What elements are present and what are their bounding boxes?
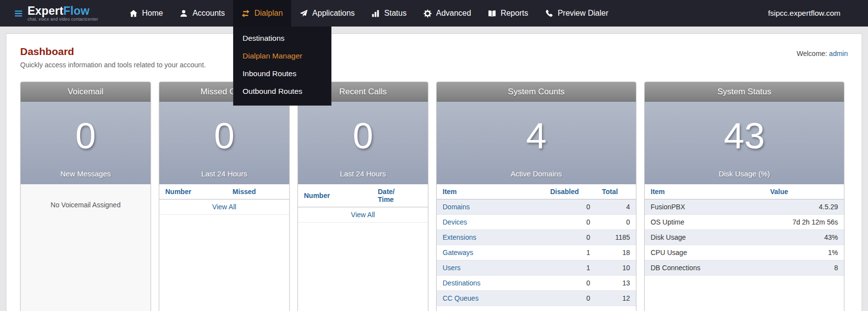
table-row: Gateways 1 18 [437,245,636,260]
content-panel: Dashboard Quickly access information and… [6,33,862,311]
col-date-time-line2: Time [378,196,422,203]
table-row: Disk Usage 43% [645,230,844,245]
gear-icon [423,9,432,18]
disk-usage-percent: 43 [645,102,844,170]
main-nav: Home Accounts Dialplan Destinations Dial… [121,0,768,27]
table-row: FusionPBX 4.5.29 [645,199,844,215]
status-item: OS Uptime [645,215,764,230]
stat-label: Active Domains [437,170,636,184]
disabled-value: 0 [544,199,596,215]
dialplan-dropdown: Destinations Dialplan Manager Inbound Ro… [233,27,331,106]
col-item: Item [645,184,764,199]
card-title: System Status [645,82,844,102]
voicemail-card: Voicemail 0 New Messages No Voicemail As… [20,82,151,311]
item-link-gateways[interactable]: Gateways [443,249,473,256]
phone-icon [545,9,553,18]
table-row: Destinations 0 13 [437,276,636,291]
item-link-extensions[interactable]: Extensions [443,233,476,241]
col-date-time: Date/ Time [372,184,428,207]
welcome-user-link[interactable]: admin [829,50,848,57]
dropdown-item-dialplan-manager[interactable]: Dialplan Manager [234,47,331,65]
disabled-value: 0 [544,291,596,306]
item-link-destinations[interactable]: Destinations [443,279,480,287]
nav-label: Applications [312,9,355,18]
nav-label: Accounts [192,9,225,18]
col-number: Number [159,184,227,199]
recent-calls-stat-block: 0 Last 24 Hours [298,102,428,184]
disabled-value: 0 [544,276,596,291]
disabled-value: 0 [544,230,596,245]
voicemail-stat-block: 0 New Messages [21,102,150,184]
logo-text: ExpertFlow chat, voice and video contact… [28,5,98,22]
top-navbar: ExpertFlow chat, voice and video contact… [0,0,868,27]
voicemail-count: 0 [21,102,150,170]
view-all-link[interactable]: View All [212,203,237,211]
stat-label: Last 24 Hours [298,170,428,184]
col-missed: Missed [227,184,289,199]
total-value: 13 [596,276,636,291]
user-icon [180,9,188,18]
total-value: 0 [596,215,636,230]
system-status-stat-block: 43 Disk Usage (%) [645,102,844,184]
dropdown-item-outbound-routes[interactable]: Outbound Routes [234,83,331,100]
table-row: CPU Usage 1% [645,245,844,260]
table-row: Users 1 10 [437,260,636,276]
system-status-card: System Status 43 Disk Usage (%) Item Val… [644,82,844,311]
col-item: Item [437,184,544,199]
disabled-value: 1 [544,260,596,276]
brand-expert: Expert [28,4,63,17]
nav-label: Reports [501,9,528,18]
table-header-row: Number Missed [159,184,289,199]
nav-item-accounts[interactable]: Accounts [171,0,233,27]
col-disabled: Disabled [544,184,596,199]
bar-chart-icon [371,9,380,18]
table-row: DB Connections 8 [645,260,844,276]
page-head: Dashboard Quickly access information and… [20,46,848,69]
nav-item-preview-dialer[interactable]: Preview Dialer [537,0,617,27]
nav-label: Dialplan [254,9,283,18]
status-value: 1% [764,245,844,260]
home-icon [129,9,138,18]
welcome-label: Welcome: [797,50,827,57]
card-title: Voicemail [21,82,150,102]
logo-bars-icon [15,10,23,17]
missed-calls-table: Number Missed View All [159,184,289,215]
nav-item-reports[interactable]: Reports [479,0,537,27]
page-subtitle: Quickly access information and tools rel… [20,61,206,69]
view-all-link[interactable]: View All [351,211,375,219]
voicemail-empty-message: No Voicemail Assigned [21,184,150,311]
dropdown-item-inbound-routes[interactable]: Inbound Routes [234,65,331,83]
nav-item-dialplan[interactable]: Dialplan Destinations Dialplan Manager I… [233,0,291,27]
stat-label: Disk Usage (%) [645,170,844,184]
stat-label: New Messages [21,170,150,184]
nav-item-advanced[interactable]: Advanced [415,0,479,27]
item-link-devices[interactable]: Devices [443,218,467,226]
recent-calls-table: Number Date/ Time View All [298,184,428,223]
logo[interactable]: ExpertFlow chat, voice and video contact… [15,0,98,27]
welcome-text: Welcome: admin [797,50,848,57]
nav-item-home[interactable]: Home [121,0,172,27]
item-link-users[interactable]: Users [443,264,461,272]
table-header-row: Number Date/ Time [298,184,428,207]
nav-item-status[interactable]: Status [363,0,415,27]
dropdown-item-destinations[interactable]: Destinations [234,29,331,47]
status-item: DB Connections [645,260,764,276]
stat-label: Last 24 Hours [159,170,289,184]
total-value: 18 [596,245,636,260]
item-link-cc-queues[interactable]: CC Queues [443,294,479,302]
col-value: Value [764,184,844,199]
col-total: Total [596,184,636,199]
system-counts-table: Item Disabled Total Domains 0 4 Devices … [437,184,636,306]
paper-plane-icon [299,9,308,18]
nav-item-applications[interactable]: Applications [291,0,363,27]
item-link-domains[interactable]: Domains [443,203,470,211]
card-title: System Counts [437,82,636,102]
table-row: View All [298,207,428,223]
system-counts-card: System Counts 4 Active Domains Item Disa… [436,82,636,311]
disabled-value: 1 [544,245,596,260]
table-row: OS Uptime 7d 2h 12m 56s [645,215,844,230]
server-domain: fsipcc.expertflow.com [768,0,868,27]
status-item: FusionPBX [645,199,764,215]
book-icon [488,9,496,18]
total-value: 10 [596,260,636,276]
